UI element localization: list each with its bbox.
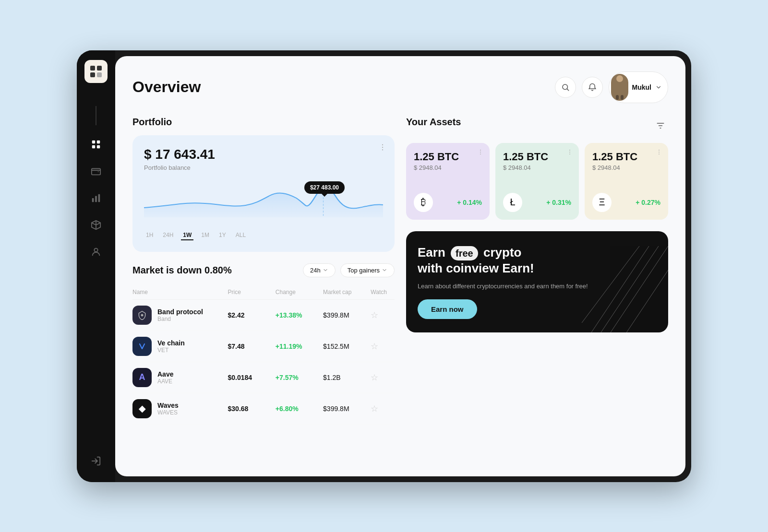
sidebar-item-wallet[interactable] [84, 160, 108, 183]
chart-svg [144, 179, 383, 217]
earn-title-line2: with coinview Earn! [418, 261, 534, 275]
svg-point-34 [569, 152, 570, 153]
portfolio-menu-icon[interactable] [378, 143, 387, 154]
col-price: Price [228, 289, 276, 296]
svg-rect-5 [97, 140, 100, 143]
svg-point-30 [480, 150, 481, 151]
watch-band[interactable]: ☆ [371, 310, 395, 320]
svg-point-26 [141, 314, 144, 316]
watch-aave[interactable]: ☆ [371, 372, 395, 383]
category-filter-label: Top gainers [348, 267, 380, 274]
coin-info-vet: Ve chain VET [132, 337, 228, 356]
time-filter-label: 24h [310, 267, 321, 274]
btc-icon: ₿ [414, 193, 433, 212]
table-header: Name Price Change Market cap Watch [132, 285, 395, 300]
table-row: A Aave AAVE $0.0184 +7.57% $1.2B ☆ [132, 362, 395, 393]
svg-rect-0 [90, 66, 95, 71]
asset-menu-ltc[interactable] [566, 149, 573, 157]
svg-point-23 [382, 149, 383, 150]
change-vet: +11.19% [276, 343, 323, 350]
time-filter-1h[interactable]: 1H [144, 231, 155, 240]
time-filter-1w[interactable]: 1W [181, 231, 193, 240]
sidebar-item-user[interactable] [84, 240, 108, 263]
svg-point-12 [94, 248, 97, 251]
left-column: Portfolio $ 17 643.41 Portfolio balance [132, 117, 395, 425]
coin-name-waves: Waves [157, 402, 179, 409]
earn-now-button[interactable]: Earn now [418, 299, 477, 319]
main-content: Overview [115, 56, 685, 476]
asset-amount-btc-1: 1.25 BTC [414, 151, 482, 163]
watch-vet[interactable]: ☆ [371, 341, 395, 352]
price-band: $2.42 [228, 311, 276, 319]
vet-icon [132, 337, 152, 356]
asset-bottom-btc-1: ₿ + 0.14% [414, 193, 482, 212]
svg-rect-3 [97, 72, 102, 77]
filter-settings-icon[interactable] [653, 118, 668, 133]
portfolio-title: Portfolio [132, 117, 395, 128]
market-table: Name Price Change Market cap Watch [132, 285, 395, 425]
coin-info-waves: ◆ Waves WAVES [132, 399, 228, 418]
portfolio-balance: $ 17 643.41 [144, 147, 383, 162]
asset-bottom-ltc: Ł + 0.31% [503, 193, 571, 212]
search-button[interactable] [555, 77, 576, 98]
coin-info-band: Band protocol Band [132, 306, 228, 325]
asset-menu-btc[interactable] [477, 149, 484, 157]
price-waves: $30.68 [228, 405, 276, 413]
asset-value-ltc: $ 2948.04 [503, 164, 571, 171]
asset-bottom-eth: Ξ + 0.27% [592, 193, 660, 212]
time-filter-all[interactable]: ALL [234, 231, 248, 240]
asset-value-eth: $ 2948.04 [592, 164, 660, 171]
svg-rect-7 [97, 145, 100, 148]
assets-grid: 1.25 BTC $ 2948.04 ₿ + 0.14% [406, 143, 668, 220]
asset-amount-ltc: 1.25 BTC [503, 151, 571, 163]
assets-section: Your Assets [406, 117, 668, 220]
svg-point-31 [480, 152, 481, 153]
watch-waves[interactable]: ☆ [371, 403, 395, 414]
earn-title-part1: Earn [418, 245, 445, 260]
time-filter-1y[interactable]: 1Y [217, 231, 228, 240]
svg-point-36 [659, 150, 660, 151]
coin-symbol-vet: VET [157, 347, 185, 354]
sidebar-item-logout[interactable] [84, 449, 108, 473]
coin-name-vet: Ve chain [157, 339, 185, 347]
svg-point-22 [382, 146, 383, 147]
svg-rect-6 [92, 145, 95, 148]
change-waves: +6.80% [276, 405, 323, 413]
svg-rect-10 [95, 196, 97, 202]
time-filter-1m[interactable]: 1M [199, 231, 211, 240]
portfolio-chart: $27 483.00 [144, 179, 383, 227]
time-filter-btn[interactable]: 24h [303, 263, 336, 277]
content-grid: Portfolio $ 17 643.41 Portfolio balance [132, 117, 668, 425]
sidebar-item-dashboard[interactable] [84, 133, 108, 156]
mcap-aave: $1.2B [323, 374, 371, 381]
col-watch: Watch [371, 289, 395, 296]
category-filter-btn[interactable]: Top gainers [340, 263, 395, 277]
notification-button[interactable] [582, 77, 603, 98]
header-actions: Mukul [555, 71, 668, 103]
asset-menu-eth[interactable] [656, 149, 662, 157]
user-menu[interactable]: Mukul [609, 71, 668, 103]
time-filter-24h[interactable]: 24H [161, 231, 175, 240]
sidebar-item-cube[interactable] [84, 213, 108, 236]
svg-point-37 [659, 152, 660, 153]
chart-tooltip: $27 483.00 [304, 181, 345, 194]
assets-title: Your Assets [406, 117, 461, 128]
table-row: Ve chain VET $7.48 +11.19% $152.5M ☆ [132, 331, 395, 362]
eth-icon: Ξ [592, 193, 612, 212]
sidebar-nav [84, 102, 108, 473]
svg-rect-4 [92, 140, 95, 143]
market-filters: 24h Top gainers [303, 263, 395, 277]
svg-rect-8 [92, 168, 100, 175]
svg-rect-11 [98, 194, 100, 202]
sidebar-item-chart[interactable] [84, 187, 108, 210]
asset-card-btc: 1.25 BTC $ 2948.04 ₿ + 0.14% [406, 143, 490, 220]
price-vet: $7.48 [228, 343, 276, 350]
logo[interactable] [84, 60, 108, 83]
coin-symbol-band: Band [157, 316, 203, 322]
earn-title-part2: crypto [483, 245, 521, 260]
earn-badge: free [451, 246, 478, 260]
earn-title: Earn free crypto with coinview Earn! [418, 245, 657, 277]
page-title: Overview [132, 78, 201, 96]
asset-amount-eth: 1.25 BTC [592, 151, 660, 163]
table-row: ◆ Waves WAVES $30.68 +6.80% $399.8M ☆ [132, 393, 395, 425]
